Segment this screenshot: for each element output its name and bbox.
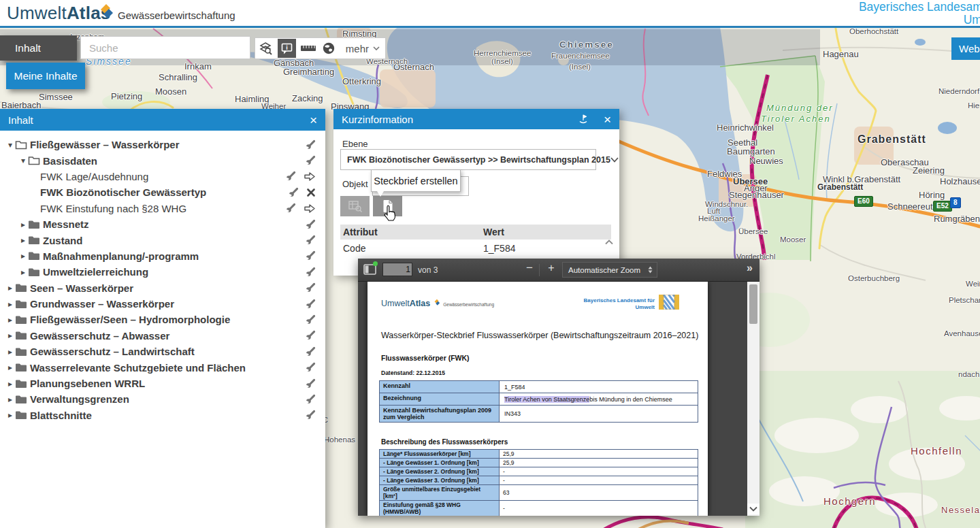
tree-item-label: Planungsebenen WRRL (30, 378, 145, 389)
tree-item[interactable]: ▸Umweltzielerreichung (0, 264, 325, 280)
wrench-icon[interactable] (305, 314, 316, 325)
map-label: Otterkring (342, 76, 381, 86)
meine-inhalte-tab-button[interactable]: Meine Inhalte (6, 63, 85, 89)
caret-closed-icon[interactable]: ▸ (5, 347, 15, 357)
pdf-table-row: Einstufung gemäß §28 WHG (HMWB/AWB)- (380, 501, 698, 516)
caret-closed-icon[interactable]: ▸ (18, 251, 28, 261)
pdf-zoom-out-button[interactable]: − (523, 261, 536, 275)
pdf-more-tools-button[interactable]: » (747, 262, 753, 274)
map-label: Übersee (738, 227, 768, 235)
pdf-doc-logo: UmweltAtlas Gewässerbewirtschaftung (381, 298, 494, 308)
pdf-scroll-down-button[interactable] (747, 504, 760, 514)
caret-open-icon[interactable]: ▾ (18, 156, 28, 165)
wrench-icon[interactable] (305, 250, 316, 261)
folder-closed-icon (28, 267, 40, 277)
pdf-zoom-select[interactable]: Automatischer Zoom (562, 262, 657, 278)
tree-item[interactable]: ▸Maßnahmenplanung/-programm (0, 248, 325, 264)
map-label: Irnkam (184, 61, 212, 71)
caret-closed-icon[interactable]: ▸ (5, 283, 15, 293)
wrench-icon[interactable] (305, 346, 316, 357)
tree-item[interactable]: ▸Grundwasser – Wasserkörper (0, 296, 325, 312)
map-label: Mündung der (766, 103, 834, 113)
logo-diamond-icon (97, 1, 114, 23)
tree-item-label: FWK Lage/Ausdehnung (40, 171, 148, 182)
wrench-icon[interactable] (305, 267, 316, 278)
tree-item[interactable]: FWK Lage/Ausdehnung (0, 169, 325, 184)
inhalt-tab-button[interactable]: Inhalt (0, 35, 77, 61)
webkarten-panel-button[interactable]: Webkarten (951, 37, 980, 60)
tree-item[interactable]: ▸Wasserrelevante Schutzgebiete und Fläch… (0, 359, 325, 375)
tree-item[interactable]: FWK Einstufung nach §28 WHG (0, 201, 325, 216)
info-bubble-icon[interactable]: i (278, 39, 297, 58)
tree-item[interactable]: ▸Seen – Wasserkörper (0, 280, 325, 296)
tree-item[interactable]: ▸Messnetz (0, 216, 325, 232)
tree-item[interactable]: ▸Gewässerschutz – Landwirtschaft (0, 344, 325, 359)
caret-closed-icon[interactable]: ▸ (18, 235, 28, 245)
pdf-scrollbar[interactable] (747, 282, 760, 516)
tree-item[interactable]: FWK Biozönotischer Gewässertyp (0, 184, 325, 200)
toolbar-divider (539, 264, 540, 276)
wrench-icon[interactable] (305, 299, 316, 310)
pdf-scrollbar-thumb[interactable] (749, 284, 757, 324)
mehr-menu-button[interactable]: mehr (339, 38, 385, 59)
caret-closed-icon[interactable]: ▸ (5, 363, 15, 372)
map-label: Weiß (966, 280, 980, 288)
tree-item-label: Basisdaten (43, 155, 97, 167)
tree-item-label: Verwaltungsgrenzen (30, 393, 129, 405)
search-input[interactable] (81, 37, 250, 59)
close-icon[interactable]: × (604, 113, 611, 126)
wrench-icon[interactable] (305, 155, 316, 166)
pdf-doc-datenstand: Datenstand: 22.12.2015 (381, 369, 445, 376)
wrench-icon[interactable] (305, 219, 316, 230)
tree-item[interactable]: ▸Planungsebenen WRRL (0, 376, 325, 391)
bavaria-coat-of-arms (659, 295, 679, 312)
zoom-to-layer-icon[interactable] (304, 171, 316, 182)
attribute-table-rows: Code1_F584 (340, 240, 603, 257)
pdf-page-input[interactable] (382, 263, 412, 276)
close-icon[interactable]: × (310, 114, 317, 127)
wrench-icon[interactable] (285, 203, 296, 214)
wrench-icon[interactable] (285, 171, 296, 182)
remove-layer-icon[interactable] (306, 188, 316, 197)
tree-item[interactable]: ▸Verwaltungsgrenzen (0, 391, 325, 407)
wrench-icon[interactable] (305, 394, 316, 405)
tree-item[interactable]: ▸Zustand (0, 232, 325, 248)
caret-closed-icon[interactable]: ▸ (5, 395, 15, 404)
tree-item[interactable]: ▸Blattschnitte (0, 408, 325, 423)
search-box[interactable] (80, 36, 250, 59)
wrench-icon[interactable] (305, 139, 316, 150)
zoom-to-layer-icon[interactable] (304, 203, 316, 214)
wrench-icon[interactable] (305, 330, 316, 341)
logo-diamond-icon (433, 298, 440, 306)
caret-closed-icon[interactable]: ▸ (18, 220, 28, 229)
caret-closed-icon[interactable]: ▸ (5, 315, 15, 325)
measure-ruler-icon[interactable] (298, 38, 318, 59)
export-icon[interactable] (578, 113, 589, 126)
pdf-content-area[interactable]: UmweltAtlas Gewässerbewirtschaftung Baye… (358, 282, 760, 516)
tree-item[interactable]: ▾Fließgewässer – Wasserkörper (0, 137, 325, 152)
caret-closed-icon[interactable]: ▸ (5, 331, 15, 340)
caret-closed-icon[interactable]: ▸ (5, 410, 15, 420)
tree-item[interactable]: ▾Basisdaten (0, 152, 325, 168)
wrench-icon[interactable] (305, 282, 316, 293)
globe-icon[interactable] (318, 38, 339, 59)
ebene-select[interactable]: FWK Biozönotischer Gewässertyp >> Bewirt… (340, 149, 596, 170)
tree-item[interactable]: ▸Gewässerschutz – Abwasser (0, 328, 325, 344)
create-steckbrief-button[interactable] (373, 196, 402, 216)
wrench-icon[interactable] (305, 362, 316, 373)
tree-item[interactable]: ▸Fließgewässer/Seen – Hydromorphologie (0, 312, 325, 327)
pdf-table-row: - Länge Gewässer 3. Ordnung [km]- (380, 476, 698, 485)
wrench-icon[interactable] (288, 187, 299, 198)
wrench-icon[interactable] (305, 410, 316, 420)
wrench-icon[interactable] (305, 235, 316, 246)
map-toolbar: i mehr (255, 37, 386, 59)
caret-closed-icon[interactable]: ▸ (5, 379, 15, 389)
caret-closed-icon[interactable]: ▸ (5, 299, 15, 309)
pdf-zoom-in-button[interactable]: + (544, 262, 558, 274)
zoom-to-object-button[interactable] (340, 196, 370, 216)
caret-closed-icon[interactable]: ▸ (18, 267, 28, 277)
caret-open-icon[interactable]: ▾ (5, 140, 15, 150)
identify-layers-icon[interactable] (255, 38, 276, 59)
wrench-icon[interactable] (305, 378, 316, 389)
folder-open-icon (15, 140, 27, 150)
